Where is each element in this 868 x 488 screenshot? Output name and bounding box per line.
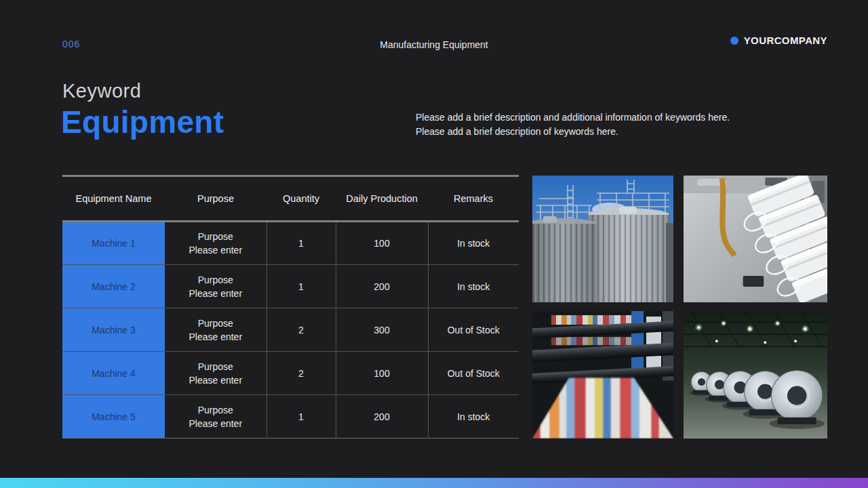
title-eyebrow: Keyword [62, 80, 141, 102]
slide: 006 Manufacturing Equipment YOURCOMPANY … [0, 0, 868, 488]
column-header: Purpose [165, 176, 267, 222]
cell-purpose: PurposePlease enter [165, 352, 267, 395]
cell-daily-production: 100 [336, 222, 428, 265]
cell-remarks: Out of Stock [428, 308, 519, 352]
table-row: Machine 3PurposePlease enter2300Out of S… [62, 308, 519, 352]
table-row: Machine 1PurposePlease enter1100In stock [62, 222, 519, 265]
purpose-line: Purpose [165, 317, 267, 330]
table-header-row: Equipment NamePurposeQuantityDaily Produ… [62, 176, 519, 222]
purpose-line: Please enter [165, 417, 267, 430]
purpose-line: Purpose [165, 273, 267, 287]
purpose-line: Please enter [165, 243, 267, 257]
cell-remarks: In stock [428, 222, 519, 265]
cell-quantity: 1 [267, 222, 336, 265]
cell-quantity: 1 [267, 395, 336, 439]
page-title: Equipment [61, 104, 224, 140]
cell-equipment-name: Machine 3 [62, 308, 165, 352]
company-name: YOURCOMPANY [744, 35, 827, 46]
cell-equipment-name: Machine 4 [62, 352, 165, 395]
cell-remarks: In stock [428, 265, 519, 308]
cell-daily-production: 200 [336, 395, 428, 439]
description-text: Please add a brief description and addit… [416, 110, 730, 139]
purpose-line: Please enter [165, 287, 267, 300]
cell-purpose: PurposePlease enter [165, 308, 267, 352]
table-row: Machine 5PurposePlease enter1200In stock [62, 395, 519, 439]
cell-equipment-name: Machine 5 [62, 395, 165, 439]
column-header: Quantity [267, 176, 336, 222]
printing-press-photo [532, 311, 673, 439]
company-logo-ring-icon [730, 37, 738, 45]
equipment-table-wrap: Equipment NamePurposeQuantityDaily Produ… [62, 175, 519, 439]
cell-daily-production: 300 [336, 308, 428, 352]
cell-remarks: In stock [428, 395, 519, 439]
purpose-line: Purpose [165, 230, 267, 243]
cell-daily-production: 100 [336, 352, 428, 395]
bottom-accent-bar [0, 478, 868, 488]
cell-quantity: 2 [267, 308, 336, 352]
cell-quantity: 2 [267, 352, 336, 395]
purpose-line: Please enter [165, 330, 267, 344]
cell-purpose: PurposePlease enter [165, 222, 267, 265]
column-header: Equipment Name [62, 176, 165, 222]
cell-remarks: Out of Stock [428, 352, 519, 395]
description-line: Please add a brief description and addit… [416, 110, 730, 125]
purpose-line: Purpose [165, 403, 267, 417]
mask-production-line-photo [684, 176, 827, 302]
table-body: Machine 1PurposePlease enter1100In stock… [62, 222, 519, 439]
cell-purpose: PurposePlease enter [165, 265, 267, 308]
cell-daily-production: 200 [336, 265, 428, 308]
cell-equipment-name: Machine 1 [62, 222, 165, 265]
column-header: Remarks [428, 176, 519, 222]
cell-quantity: 1 [267, 265, 336, 308]
industrial-storage-silos-photo [532, 176, 673, 302]
column-header: Daily Production [336, 176, 428, 222]
table-row: Machine 2PurposePlease enter1200In stock [62, 265, 519, 308]
steel-coil-warehouse-photo [684, 311, 827, 439]
table-row: Machine 4PurposePlease enter2100Out of S… [62, 352, 519, 395]
purpose-line: Purpose [165, 360, 267, 373]
description-line: Please add a brief description of keywor… [416, 125, 730, 139]
purpose-line: Please enter [165, 373, 267, 387]
cell-purpose: PurposePlease enter [165, 395, 267, 439]
photo-gallery [532, 176, 827, 439]
cell-equipment-name: Machine 2 [62, 265, 165, 308]
equipment-table: Equipment NamePurposeQuantityDaily Produ… [62, 175, 519, 439]
company-brand: YOURCOMPANY [730, 35, 827, 46]
